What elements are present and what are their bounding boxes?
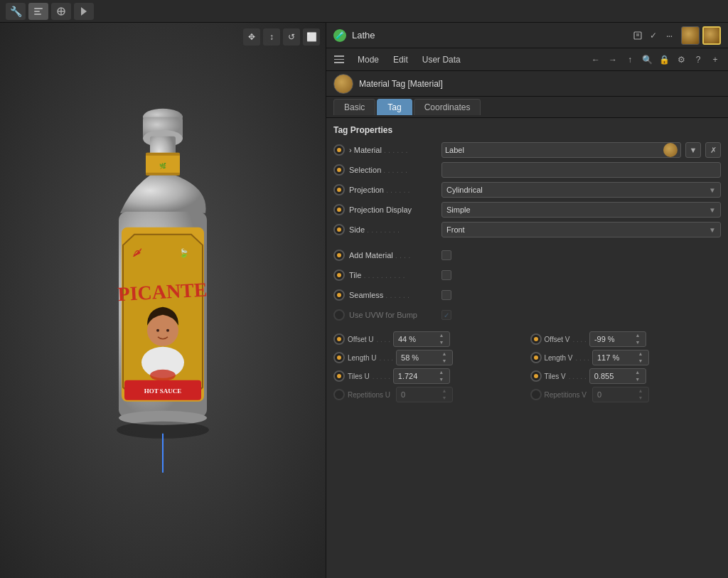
radio-side[interactable] xyxy=(333,224,345,235)
nav-lock[interactable]: 🔒 xyxy=(657,53,671,67)
menu-userdata[interactable]: User Data xyxy=(419,53,464,66)
checkbox-seamless[interactable] xyxy=(441,290,451,300)
menu-edit[interactable]: Edit xyxy=(390,53,411,66)
prop-row-tile: Tile . . . . . . . . . . xyxy=(333,266,721,284)
spin-offset-u[interactable]: ▲ ▼ xyxy=(438,332,445,346)
radio-selection[interactable] xyxy=(333,164,345,176)
value-tile xyxy=(441,270,721,280)
label-tiles-u: Tiles U xyxy=(348,373,370,380)
label-length-v: Length V xyxy=(545,354,573,362)
material-dropdown-btn1[interactable]: ▼ xyxy=(685,142,701,158)
toolbar-icon-3[interactable] xyxy=(51,3,71,20)
toolbar-icon-4[interactable] xyxy=(74,3,94,20)
input-tiles-v[interactable]: 0.855 ▲ ▼ xyxy=(589,368,646,384)
svg-text:HOT SAUCE: HOT SAUCE xyxy=(144,387,182,394)
radio-offset-v[interactable] xyxy=(530,333,542,345)
radio-offset-u[interactable] xyxy=(333,333,345,345)
spin-tiles-u[interactable]: ▲ ▼ xyxy=(438,369,445,383)
radio-tiles-v[interactable] xyxy=(530,370,542,382)
chevron-down-icon-3: ▼ xyxy=(709,226,716,234)
input-length-u[interactable]: 58 % ▲ ▼ xyxy=(396,350,453,365)
toolbar-icon-1[interactable]: 🔧 xyxy=(6,3,26,20)
toolbar-icon-2[interactable] xyxy=(28,3,48,20)
svg-point-23 xyxy=(166,328,169,331)
edit-icon[interactable] xyxy=(631,29,644,42)
length-u-row: Length U . . . . 58 % ▲ ▼ xyxy=(333,350,525,365)
spin-length-u[interactable]: ▲ ▼ xyxy=(441,350,448,365)
label-add-material: Add Material . . . . xyxy=(349,251,441,259)
vp-move-btn[interactable]: ✥ xyxy=(243,28,260,46)
label-offset-u: Offset U xyxy=(348,336,374,343)
nav-search[interactable]: 🔍 xyxy=(640,53,654,67)
menu-mode[interactable]: Mode xyxy=(355,53,382,66)
selection-input[interactable] xyxy=(441,162,721,178)
radio-tiles-u[interactable] xyxy=(333,370,345,382)
checkmark-icon[interactable]: ✓ xyxy=(647,29,660,42)
tab-coordinates[interactable]: Coordinates xyxy=(414,99,481,115)
nav-settings[interactable]: ⚙ xyxy=(674,53,688,67)
thumb-2[interactable] xyxy=(702,26,721,45)
prop-row-material: › Material . . . . . . Label ▼ ✗ xyxy=(333,141,721,159)
nav-plus[interactable]: + xyxy=(708,53,722,67)
spin-up[interactable]: ▲ xyxy=(438,332,445,339)
input-rep-u: 0 ▲ ▼ xyxy=(396,387,453,402)
nav-back[interactable]: ← xyxy=(589,53,603,67)
projection-dropdown[interactable]: Cylindrical ▼ xyxy=(441,182,721,198)
proj-display-dropdown[interactable]: Simple ▼ xyxy=(441,202,721,218)
panel-title: Lathe xyxy=(352,30,375,41)
input-length-v[interactable]: 117 % ▲ ▼ xyxy=(592,350,649,365)
vp-scale-btn[interactable]: ↕ xyxy=(263,28,280,46)
material-dropdown-icon xyxy=(663,143,678,157)
dots-icon[interactable]: ··· xyxy=(663,29,675,42)
checkbox-tile[interactable] xyxy=(441,270,451,280)
radio-tile[interactable] xyxy=(333,269,345,281)
vp-fit-btn[interactable]: ⬜ xyxy=(303,28,320,46)
input-offset-v[interactable]: -99 % ▲ ▼ xyxy=(589,331,646,347)
spin-up-v[interactable]: ▲ xyxy=(634,332,641,339)
section-title: Tag Properties xyxy=(333,125,721,135)
side-dropdown[interactable]: Front ▼ xyxy=(441,222,721,237)
material-dropdown-btn2[interactable]: ✗ xyxy=(705,142,721,158)
hamburger-menu[interactable] xyxy=(332,53,346,65)
radio-proj-display[interactable] xyxy=(333,204,345,215)
panel-header-icons: ✓ ··· xyxy=(631,26,721,45)
radio-length-u[interactable] xyxy=(333,352,345,363)
main-area: ✥ ↕ ↺ ⬜ xyxy=(0,23,728,578)
checkbox-uvw[interactable] xyxy=(441,310,451,320)
prop-row-selection: Selection . . . . . . xyxy=(333,161,721,179)
nav-help[interactable]: ? xyxy=(691,53,705,67)
chevron-down-icon: ▼ xyxy=(709,186,716,194)
checkbox-add-material[interactable] xyxy=(441,250,451,260)
material-dropdown[interactable]: Label xyxy=(441,142,681,158)
viewport[interactable]: ✥ ↕ ↺ ⬜ xyxy=(0,23,326,578)
nav-forward[interactable]: → xyxy=(606,53,620,67)
radio-projection[interactable] xyxy=(333,184,345,196)
tab-basic[interactable]: Basic xyxy=(333,99,375,115)
spin-offset-v[interactable]: ▲ ▼ xyxy=(634,332,641,346)
input-tiles-u[interactable]: 1.724 ▲ ▼ xyxy=(393,368,450,384)
label-projection: Projection . . . . . . xyxy=(349,186,441,194)
radio-uvw xyxy=(333,309,345,321)
label-rep-v: Repetitions V xyxy=(545,391,587,399)
offset-row: Offset U . . . . 44 % ▲ ▼ Offset V . . .… xyxy=(333,331,721,347)
radio-material[interactable] xyxy=(333,144,345,156)
spin-down[interactable]: ▼ xyxy=(438,339,445,346)
label-side: Side . . . . . . . . xyxy=(349,225,441,234)
prop-row-projection: Projection . . . . . . Cylindrical ▼ xyxy=(333,181,721,199)
label-tile: Tile . . . . . . . . . . xyxy=(349,271,441,279)
thumb-1[interactable] xyxy=(681,26,700,45)
radio-length-v[interactable] xyxy=(530,352,542,363)
spin-length-v[interactable]: ▲ ▼ xyxy=(637,350,644,365)
label-rep-u: Repetitions U xyxy=(348,391,390,399)
vp-rotate-btn[interactable]: ↺ xyxy=(283,28,300,46)
svg-text:🌿: 🌿 xyxy=(159,161,166,168)
radio-seamless[interactable] xyxy=(333,289,345,301)
tab-tag[interactable]: Tag xyxy=(377,99,412,115)
nav-up[interactable]: ↑ xyxy=(623,53,637,67)
mode-nav: ← → ↑ 🔍 🔒 ⚙ ? + xyxy=(589,53,722,67)
radio-add-material[interactable] xyxy=(333,250,345,261)
spin-tiles-v[interactable]: ▲ ▼ xyxy=(634,369,641,383)
spin-down-v[interactable]: ▼ xyxy=(634,339,641,346)
input-offset-u[interactable]: 44 % ▲ ▼ xyxy=(393,331,450,347)
tiles-row: Tiles U . . . . . 1.724 ▲ ▼ Tiles V . . … xyxy=(333,368,721,384)
